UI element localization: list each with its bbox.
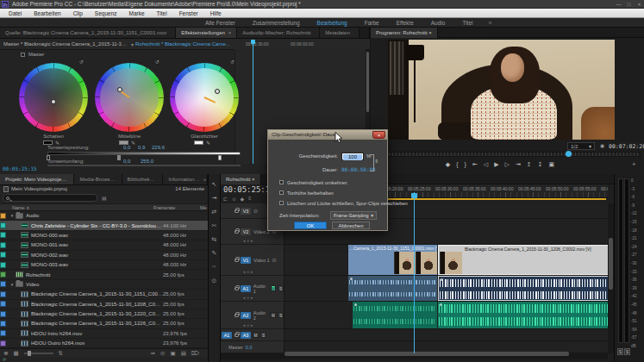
effect-panel-timecode[interactable]: 00:05:25:15 — [3, 165, 37, 172]
keyframe-nav-icons[interactable]: ◂⋄▸ — [243, 323, 254, 328]
table-row[interactable]: ▾ Audio — [0, 211, 208, 221]
item-name[interactable]: MONO-003.wav — [31, 262, 163, 267]
zoom-tool[interactable]: ⊙ — [212, 278, 217, 284]
icon-view-icon[interactable]: ▦ — [13, 350, 18, 356]
mute-button[interactable]: M — [253, 332, 259, 338]
table-row[interactable]: MONO-000.wav 48.000 Hz — [0, 231, 208, 240]
lock-icon[interactable] — [234, 334, 239, 337]
output-levels-slider[interactable] — [47, 165, 241, 166]
label-color-chip[interactable] — [0, 340, 6, 346]
track-badge[interactable]: A3 — [241, 332, 251, 339]
slider-handle-gamma[interactable] — [117, 155, 121, 160]
track-v1-content[interactable]: ...Camera_1_2015-11-30_1151_C0001.mov [V… — [284, 245, 608, 276]
expander-icon[interactable]: ▾ — [9, 282, 16, 287]
item-name[interactable]: MONO-000.wav — [31, 233, 163, 238]
title-bar[interactable]: Pr Adobe Premiere Pro CC - C:\Benutzer\M… — [0, 0, 644, 9]
table-row[interactable]: Blackmagic Cinema Camera_1_2015-11-30_12… — [0, 309, 208, 319]
lock-icon[interactable] — [234, 259, 239, 262]
timeline-settings-icon[interactable]: ≡ — [248, 196, 252, 202]
label-color-chip[interactable] — [0, 272, 6, 278]
audio-meters-panel[interactable]: 0-3-6-9-12-15-18-21-24-27-30-33-36-39-42… — [614, 174, 644, 362]
table-row[interactable]: Blackmagic Cinema Camera_1_2015-11-30_12… — [0, 300, 208, 309]
workspace-overflow-icon[interactable]: » — [481, 20, 498, 26]
export-frame-icon[interactable]: ▣ — [549, 161, 555, 168]
insert-overwrite-icon[interactable]: ⊏ — [223, 196, 228, 202]
panel-tab[interactable]: Bibliotheken — [122, 174, 164, 184]
wheel-disc[interactable] — [24, 68, 83, 127]
chevron-down-icon[interactable]: ▾ — [131, 41, 134, 47]
track-select-tool[interactable]: ⇥ — [212, 195, 217, 201]
column-name[interactable]: Name ∧ — [12, 205, 29, 210]
panel-tab[interactable]: Metadaten — [320, 28, 359, 38]
maintain-pitch-checkbox[interactable] — [279, 190, 284, 195]
reset-icon[interactable]: ↺ — [79, 59, 84, 65]
column-headers[interactable]: Name ∧ Framerate Me — [0, 203, 208, 211]
menu-item[interactable]: Marke — [123, 9, 151, 18]
wheel-disc[interactable] — [100, 68, 159, 127]
midtones-color-wheel[interactable] — [95, 63, 164, 132]
filter-icon[interactable]: ▤ — [102, 195, 107, 201]
track-header-master[interactable]: Master 0,0 — [221, 341, 284, 353]
slip-tool[interactable]: ⇆ — [212, 236, 217, 242]
table-row[interactable]: MONO-002.wav 48.000 Hz — [0, 251, 208, 260]
table-row[interactable]: MONO-003.wav 48.000 Hz — [0, 260, 208, 270]
track-badge[interactable]: V3 — [241, 208, 251, 215]
master-gain-value[interactable]: 0,0 — [246, 345, 253, 350]
reverse-speed-checkbox[interactable] — [279, 180, 284, 184]
search-box[interactable] — [3, 194, 97, 202]
shadows-color-wheel[interactable] — [19, 63, 88, 132]
track-badge[interactable]: A1 — [241, 285, 251, 292]
workspace-tab[interactable]: Effekte — [388, 18, 422, 28]
track-badge[interactable]: V2 — [241, 228, 251, 235]
label-color-chip[interactable] — [0, 291, 6, 297]
item-name[interactable]: MONO-002.wav — [31, 253, 163, 258]
label-color-chip[interactable] — [0, 262, 6, 268]
automate-sequence-icon[interactable]: ⇒ — [151, 350, 155, 356]
menu-item[interactable]: Bearbeiten — [28, 9, 66, 18]
sequence-clip-name[interactable]: Rohschnitt * Blackmagic Cinema Camera_1_… — [135, 41, 232, 47]
keyframe-nav-icons[interactable]: ◂⋄▸ — [243, 270, 254, 274]
find-icon[interactable]: ⊙ — [160, 350, 165, 356]
mute-button[interactable]: M — [271, 312, 277, 318]
label-color-chip[interactable] — [0, 213, 6, 219]
audio-clip-c0001[interactable] — [348, 276, 437, 301]
ripple-edit-checkbox[interactable] — [279, 201, 284, 205]
lock-icon[interactable] — [234, 287, 239, 290]
dialog-close-button[interactable]: × — [372, 131, 385, 139]
solo-button[interactable]: S — [624, 348, 630, 355]
table-row[interactable]: Rohschnitt 25,00 fps — [0, 270, 208, 279]
close-icon[interactable]: × — [428, 30, 432, 35]
reset-icon[interactable]: ↺ — [230, 59, 234, 65]
wheel-handle[interactable] — [215, 89, 220, 94]
item-name[interactable]: Blackmagic Cinema Camera_1_2015-11-30_12… — [31, 302, 163, 307]
timeline-playhead[interactable] — [414, 192, 415, 353]
solo-button[interactable]: S — [278, 312, 284, 318]
scrollbar[interactable] — [608, 203, 614, 353]
step-forward-icon[interactable]: ▷ — [505, 161, 510, 168]
lock-icon[interactable] — [234, 314, 239, 317]
ok-button[interactable]: OK — [294, 222, 327, 229]
dialog-title-bar[interactable]: Clip-Geschwindigkeit/-Dauer — [268, 130, 387, 140]
add-marker-icon[interactable]: ◆ — [446, 161, 450, 168]
razor-tool[interactable]: ✂ — [212, 222, 217, 228]
eye-icon[interactable]: ⊙ — [253, 208, 258, 214]
workspace-tab[interactable]: Alle Fenster — [197, 18, 244, 28]
sort-icon[interactable]: ⇅ — [59, 350, 63, 356]
keyframe-nav-icons[interactable]: ◂⋄▸ — [243, 296, 254, 300]
highlights-swatch[interactable] — [194, 140, 203, 145]
item-name[interactable]: Chris Zabriskie - Cylinder Six - CC-BY-3… — [31, 223, 163, 228]
ripple-edit-tool[interactable]: ⇄ — [212, 209, 217, 215]
zoom-level-select[interactable]: 1/2▾ — [567, 142, 595, 150]
track-a3-content[interactable] — [284, 329, 608, 341]
program-tab[interactable]: Programm: Rohschnitt × — [371, 28, 438, 38]
panel-tab[interactable]: Media-Browser — [74, 174, 122, 184]
wheel-handle[interactable] — [51, 99, 56, 104]
menu-item[interactable]: Clip — [67, 9, 89, 18]
label-color-chip[interactable] — [0, 321, 6, 327]
item-name[interactable]: Rohschnitt — [26, 272, 163, 278]
item-name[interactable]: Blackmagic Cinema Camera_1_2015-11-30_12… — [31, 321, 163, 326]
eyedropper-icon[interactable]: ✎ — [206, 140, 210, 146]
input-white-value[interactable]: 229,6 — [152, 145, 165, 150]
workspace-tab[interactable]: Farbe — [356, 18, 388, 28]
track-header-a3[interactable]: A1 A3 M S — [221, 329, 284, 341]
